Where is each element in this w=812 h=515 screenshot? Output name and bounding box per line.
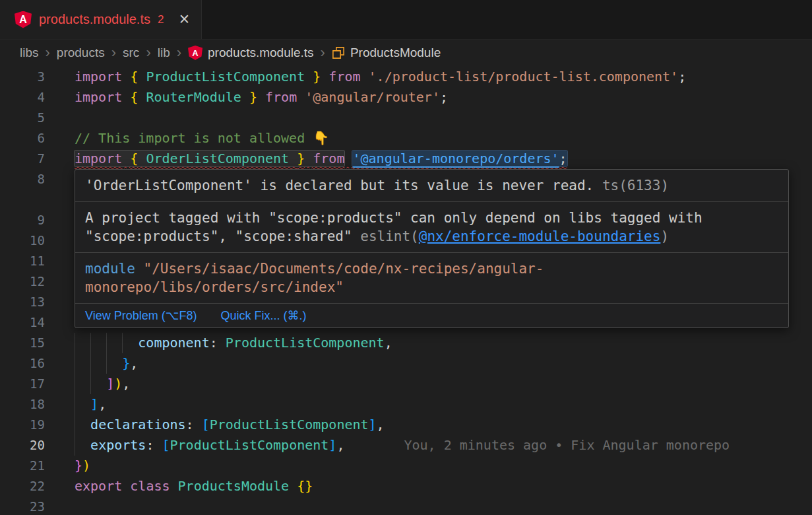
code-token: [289, 478, 297, 494]
code-token: ,: [122, 376, 130, 392]
view-problem-action[interactable]: View Problem (⌥F8): [85, 308, 197, 323]
code-token: ,: [130, 355, 138, 371]
code-token: ProductListComponent: [210, 417, 369, 432]
code-token: }: [249, 89, 257, 105]
quick-fix-action[interactable]: Quick Fix... (⌘.): [220, 308, 306, 323]
code-line-5[interactable]: 5: [0, 108, 812, 128]
code-content[interactable]: },: [59, 353, 812, 374]
code-token: [344, 151, 352, 166]
module-specifier-link[interactable]: '@angular-monorepo/orders': [352, 151, 559, 166]
code-token: }: [122, 355, 130, 371]
close-tab-button[interactable]: ×: [179, 11, 189, 28]
breadcrumb-item-products.module.ts[interactable]: Aproducts.module.ts: [188, 46, 314, 60]
code-token: ts(6133): [594, 178, 669, 193]
code-token: [75, 417, 90, 432]
code-line-21[interactable]: 21}): [0, 456, 812, 476]
code-line-23[interactable]: 23: [0, 497, 812, 515]
eslint-rule-link[interactable]: @nx/enforce-module-boundaries: [419, 228, 661, 244]
angular-icon: A: [15, 11, 32, 28]
breadcrumb-separator: ›: [146, 46, 150, 60]
tab-title: products.module.ts: [39, 12, 150, 27]
code-token: from: [328, 69, 360, 85]
line-number: 14: [0, 312, 59, 333]
hover-line: "scope:products", "scope:shared" eslint(…: [85, 227, 778, 246]
breadcrumb: libs›products›src›lib›Aproducts.module.t…: [0, 40, 812, 66]
line-number: 3: [0, 67, 59, 87]
code-token: ,: [377, 417, 385, 432]
line-number: 20: [0, 435, 59, 456]
hover-section: A project tagged with "scope:products" c…: [75, 202, 788, 253]
code-line-15[interactable]: 15 component: ProductListComponent,: [0, 333, 812, 353]
breadcrumb-item-products[interactable]: products: [57, 46, 105, 60]
breadcrumb-item-libs[interactable]: libs: [20, 46, 39, 60]
code-line-17[interactable]: 17 ]),: [0, 374, 812, 394]
code-content[interactable]: import { RouterModule } from '@angular/r…: [59, 87, 812, 108]
code-token: RouterModule: [138, 89, 249, 105]
code-token: from: [265, 89, 297, 105]
code-line-4[interactable]: 4import { RouterModule } from '@angular/…: [0, 87, 812, 108]
code-token: ;: [559, 151, 567, 166]
code-token: [154, 437, 162, 453]
line-number: 5: [0, 108, 59, 128]
code-line-22[interactable]: 22export class ProductsModule {}: [0, 476, 812, 497]
code-token: class: [130, 478, 170, 494]
code-token: [122, 151, 130, 166]
code-token: export: [75, 478, 122, 494]
indent-guide: [75, 374, 75, 394]
code-line-20[interactable]: 20 exports: [ProductListComponent],You, …: [0, 435, 812, 456]
code-line-7[interactable]: 7import { OrderListComponent } from '@an…: [0, 149, 812, 169]
code-token: {: [130, 69, 138, 85]
code-line-18[interactable]: 18 ],: [0, 394, 812, 415]
code-token: ,: [98, 396, 106, 412]
code-token: monorepo/libs/orders/src/index": [85, 279, 344, 295]
line-number: 11: [0, 251, 59, 271]
code-content[interactable]: export class ProductsModule {}: [59, 476, 812, 497]
code-token: :: [146, 437, 154, 453]
code-content[interactable]: // This import is not allowed 👇: [59, 128, 812, 149]
tab-products-module[interactable]: A products.module.ts 2 ×: [0, 0, 202, 39]
code-token: }: [75, 458, 82, 473]
code-token: [170, 478, 178, 494]
code-token: exports: [90, 437, 146, 453]
code-content[interactable]: [59, 108, 812, 128]
hover-sections: 'OrderListComponent' is declared but its…: [75, 170, 788, 304]
code-token: import: [75, 69, 122, 85]
code-token: :: [210, 335, 218, 351]
line-number: 15: [0, 333, 59, 353]
code-token: ProductListComponent: [226, 335, 385, 351]
code-content[interactable]: declarations: [ProductListComponent],: [59, 415, 812, 435]
code-content[interactable]: import { ProductListComponent } from './…: [59, 67, 812, 87]
code-token: ProductListComponent: [170, 437, 329, 453]
breadcrumb-item-ProductsModule[interactable]: ProductsModule: [332, 46, 441, 60]
code-line-6[interactable]: 6// This import is not allowed 👇: [0, 128, 812, 149]
code-token: {}: [297, 478, 313, 494]
code-line-19[interactable]: 19 declarations: [ProductListComponent],: [0, 415, 812, 435]
code-content[interactable]: component: ProductListComponent,: [59, 333, 812, 353]
breadcrumb-item-src[interactable]: src: [123, 46, 139, 60]
code-content[interactable]: exports: [ProductListComponent],You, 2 m…: [59, 435, 812, 456]
line-number: 22: [0, 476, 59, 497]
breadcrumb-separator: ›: [111, 46, 116, 60]
class-symbol-icon: [332, 46, 345, 59]
code-content[interactable]: ],: [59, 394, 812, 415]
code-content[interactable]: [59, 497, 812, 515]
code-line-16[interactable]: 16 },: [0, 353, 812, 374]
breadcrumb-item-lib[interactable]: lib: [158, 46, 170, 60]
code-token: "/Users/isaac/Documents/code/nx-recipes/…: [144, 261, 544, 277]
line-number: 7: [0, 149, 59, 169]
code-line-3[interactable]: 3import { ProductListComponent } from '.…: [0, 67, 812, 87]
code-content[interactable]: ]),: [59, 374, 812, 394]
breadcrumb-label: libs: [20, 46, 39, 60]
code-content[interactable]: }): [59, 456, 812, 476]
editor[interactable]: 3import { ProductListComponent } from '.…: [0, 66, 812, 515]
indent-guide: [106, 353, 107, 374]
code-token: [361, 69, 369, 85]
code-token: ): [660, 228, 669, 244]
code-token: component: [138, 335, 209, 351]
indent-guide: [90, 374, 91, 394]
code-token: ): [114, 376, 122, 392]
breadcrumb-label: src: [123, 46, 139, 60]
code-content[interactable]: import { OrderListComponent } from '@ang…: [59, 149, 812, 169]
code-token: eslint(: [360, 228, 419, 244]
code-token: '@angular-monorepo/orders';: [352, 151, 567, 166]
